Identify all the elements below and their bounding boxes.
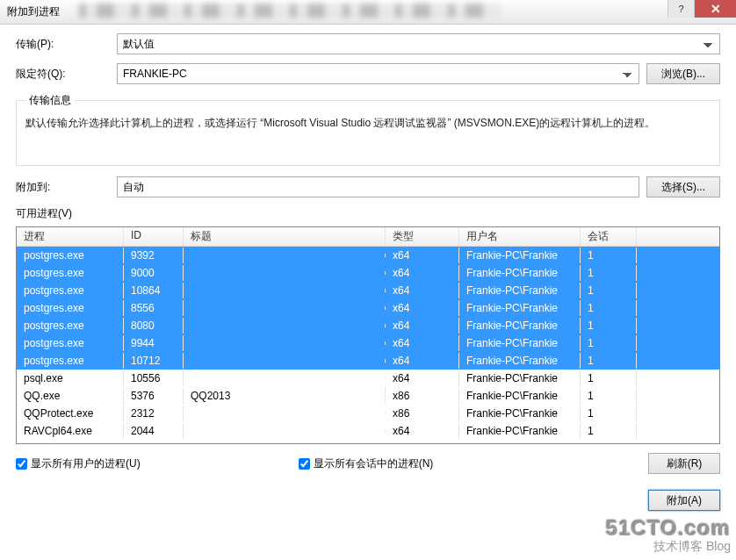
col-user[interactable]: 用户名	[459, 227, 581, 246]
cell-type: x64	[386, 370, 459, 386]
cell-session: 1	[581, 406, 637, 421]
cell-id: 9944	[124, 335, 184, 351]
cell-user: Frankie-PC\Frankie	[459, 283, 581, 298]
cell-id: 10556	[124, 370, 184, 386]
cell-proc: postgres.exe	[17, 265, 124, 281]
table-row[interactable]: postgres.exe9000x64Frankie-PC\Frankie1	[17, 264, 719, 282]
cell-session: 1	[581, 388, 637, 404]
cell-type: x64	[386, 353, 459, 369]
cell-session: 1	[581, 353, 637, 369]
table-row[interactable]: QQ.exe5376QQ2013x86Frankie-PC\Frankie1	[17, 387, 719, 405]
show-all-sessions-label: 显示所有会话中的进程(N)	[314, 456, 434, 471]
cell-proc: postgres.exe	[17, 248, 124, 263]
browse-button[interactable]: 浏览(B)...	[646, 63, 720, 84]
col-session[interactable]: 会话	[581, 227, 637, 246]
table-row[interactable]: postgres.exe8556x64Frankie-PC\Frankie1	[17, 299, 719, 317]
cell-id: 2312	[124, 406, 184, 421]
show-all-sessions-checkbox[interactable]: 显示所有会话中的进程(N)	[299, 456, 434, 471]
table-row[interactable]: psql.exe10556x64Frankie-PC\Frankie1	[17, 370, 719, 387]
titlebar: 附加到进程 ? ✕	[0, 0, 736, 25]
refresh-button[interactable]: 刷新(R)	[648, 453, 720, 474]
help-button[interactable]: ?	[667, 0, 694, 18]
cell-user: Frankie-PC\Frankie	[459, 353, 581, 369]
cell-id: 2044	[124, 423, 184, 439]
table-row[interactable]: postgres.exe10712x64Frankie-PC\Frankie1	[17, 352, 719, 370]
transport-info-group: 传输信息 默认传输允许选择此计算机上的进程，或选择运行 “Microsoft V…	[16, 93, 720, 166]
show-all-users-checkbox[interactable]: 显示所有用户的进程(U)	[16, 456, 141, 471]
table-row[interactable]: QQProtect.exe2312x86Frankie-PC\Frankie1	[17, 405, 719, 422]
cell-id: 9392	[124, 248, 184, 263]
table-row[interactable]: postgres.exe10864x64Frankie-PC\Frankie1	[17, 282, 719, 299]
cell-proc: postgres.exe	[17, 353, 124, 369]
table-body[interactable]: postgres.exe9392x64Frankie-PC\Frankie1po…	[17, 247, 719, 444]
cell-user: Frankie-PC\Frankie	[459, 388, 581, 404]
table-row[interactable]: postgres.exe9944x64Frankie-PC\Frankie1	[17, 334, 719, 352]
dialog-body: 传输(P): 默认值 限定符(Q): FRANKIE-PC 浏览(B)... 传…	[0, 25, 736, 483]
show-all-sessions-input[interactable]	[299, 458, 310, 470]
col-type[interactable]: 类型	[386, 227, 459, 246]
cell-user: Frankie-PC\Frankie	[459, 370, 581, 386]
table-row[interactable]: postgres.exe8080x64Frankie-PC\Frankie1	[17, 317, 719, 334]
close-button[interactable]: ✕	[694, 0, 736, 18]
qualifier-select[interactable]: FRANKIE-PC	[117, 63, 639, 84]
transport-row: 传输(P): 默认值	[16, 33, 720, 54]
cell-proc: QQProtect.exe	[17, 406, 124, 421]
transport-label: 传输(P):	[16, 37, 117, 52]
cell-type: x64	[386, 248, 459, 263]
cell-user: Frankie-PC\Frankie	[459, 265, 581, 281]
cell-proc: psql.exe	[17, 370, 124, 386]
cell-user: Frankie-PC\Frankie	[459, 406, 581, 421]
cell-session: 1	[581, 300, 637, 316]
cell-id: 8556	[124, 300, 184, 316]
titlebar-blur	[79, 4, 501, 18]
transport-info-text: 默认传输允许选择此计算机上的进程，或选择运行 “Microsoft Visual…	[25, 115, 711, 132]
attach-to-row: 附加到: 选择(S)...	[16, 176, 720, 197]
process-table: 进程 ID 标题 类型 用户名 会话 postgres.exe9392x64Fr…	[16, 226, 720, 444]
col-id[interactable]: ID	[124, 227, 184, 246]
cell-id: 8080	[124, 318, 184, 334]
cell-type: x64	[386, 423, 459, 439]
cell-title	[184, 324, 386, 327]
cell-title	[184, 341, 386, 345]
cell-type: x86	[386, 388, 459, 404]
show-all-users-label: 显示所有用户的进程(U)	[31, 456, 141, 471]
available-label: 可用进程(V)	[16, 206, 720, 221]
cell-proc: postgres.exe	[17, 300, 124, 316]
select-button[interactable]: 选择(S)...	[646, 176, 720, 197]
cell-user: Frankie-PC\Frankie	[459, 300, 581, 316]
cell-user: Frankie-PC\Frankie	[459, 335, 581, 351]
table-row[interactable]: RAVCpl64.exe2044x64Frankie-PC\Frankie1	[17, 422, 719, 440]
window-buttons: ? ✕	[667, 0, 736, 18]
table-row[interactable]: postgres.exe9392x64Frankie-PC\Frankie1	[17, 247, 719, 264]
cell-title	[184, 377, 386, 380]
attach-to-field[interactable]	[117, 176, 639, 197]
table-footer-row: 显示所有用户的进程(U) 显示所有会话中的进程(N) 刷新(R)	[16, 453, 720, 474]
cell-session: 1	[581, 265, 637, 281]
cell-title	[184, 271, 386, 275]
cell-title	[184, 289, 386, 292]
transport-select[interactable]: 默认值	[117, 33, 720, 54]
cell-session: 1	[581, 283, 637, 298]
cell-session: 1	[581, 335, 637, 351]
cell-proc: QQ.exe	[17, 388, 124, 404]
cell-id: 5376	[124, 388, 184, 404]
cell-session: 1	[581, 423, 637, 439]
cell-user: Frankie-PC\Frankie	[459, 423, 581, 439]
window-title: 附加到进程	[7, 4, 60, 19]
col-process[interactable]: 进程	[17, 227, 124, 246]
cell-session: 1	[581, 318, 637, 334]
cell-id: 10712	[124, 353, 184, 369]
show-all-users-input[interactable]	[16, 458, 27, 470]
qualifier-row: 限定符(Q): FRANKIE-PC 浏览(B)...	[16, 63, 720, 84]
transport-info-legend: 传输信息	[25, 93, 75, 108]
cell-type: x64	[386, 265, 459, 281]
col-title[interactable]: 标题	[184, 227, 386, 246]
cell-type: x64	[386, 335, 459, 351]
cell-proc: postgres.exe	[17, 283, 124, 298]
cell-id: 9000	[124, 265, 184, 281]
qualifier-label: 限定符(Q):	[16, 67, 117, 82]
attach-to-label: 附加到:	[16, 180, 117, 195]
attach-button[interactable]: 附加(A)	[648, 490, 720, 511]
cell-proc: postgres.exe	[17, 318, 124, 334]
cell-user: Frankie-PC\Frankie	[459, 318, 581, 334]
